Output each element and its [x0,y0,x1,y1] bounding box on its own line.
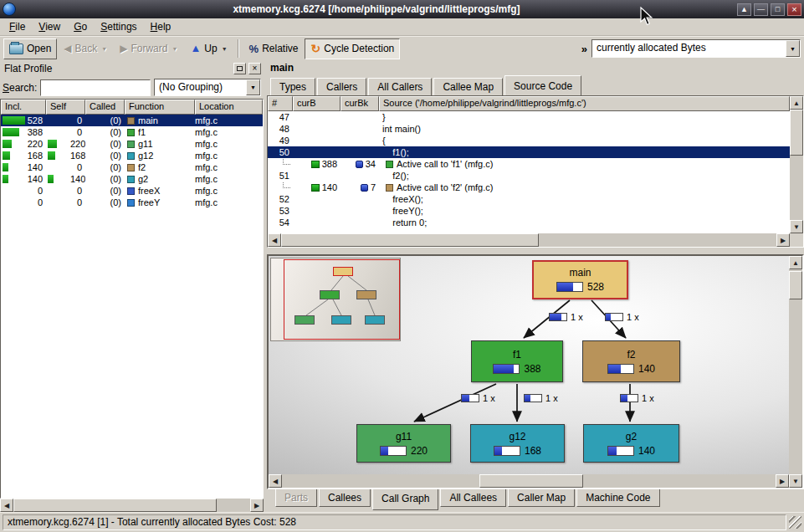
source-line[interactable]: 49 { [268,135,790,146]
source-line[interactable]: 51 f2(); [268,170,790,182]
function-row-main[interactable]: 528 0 (0) main mfg.c [1,115,263,126]
call-graph-canvas[interactable]: main 528 f1 388 f2 140 g11 220 g12 168 [269,256,789,488]
source-call-annotation-f2[interactable]: 140 7 Active call to 'f2' (mfg.c) [268,182,790,193]
menu-file[interactable]: File [3,19,32,34]
graph-overview[interactable] [270,258,401,341]
column-header-function[interactable]: Function [125,100,195,115]
scrollbar-thumb[interactable] [479,474,583,488]
function-color-icon [127,187,135,195]
tab-callers[interactable]: Callers [317,78,366,95]
column-header-incl[interactable]: Incl. [1,100,46,115]
tab-source-code[interactable]: Source Code [504,75,581,95]
source-line[interactable]: 52 freeX(); [268,193,790,205]
resize-grip-icon[interactable] [789,516,801,529]
source-line[interactable]: 48 int main() [268,123,790,135]
overview-viewport[interactable] [284,259,400,340]
tab-all-callers[interactable]: All Callers [368,78,432,95]
menu-settings[interactable]: Settings [94,19,143,34]
source-line-selected[interactable]: 50 f1(); [268,146,790,158]
flat-profile-hscrollbar[interactable]: ◀ ▶ [0,499,264,512]
graph-node-main[interactable]: main 528 [532,260,628,299]
source-line[interactable]: 54 return 0; [268,217,790,228]
scroll-left-icon[interactable]: ◀ [0,499,13,512]
column-header-self[interactable]: Self [46,100,85,115]
source-vscrollbar[interactable]: ▲ ▼ [790,96,803,233]
column-header-source[interactable]: Source ('/home/philippe/valgrind/littlep… [379,96,790,111]
forward-dropdown-icon: ▼ [172,46,177,52]
source-line[interactable]: 53 freeY(); [268,205,790,217]
main-area: Flat Profile × Search: (No Grouping) ▼ I… [0,60,804,512]
graph-node-g2[interactable]: g2 140 [583,424,679,463]
graph-node-g11[interactable]: g11 220 [356,424,451,463]
function-row-f2[interactable]: 140 0 (0) f2 mfg.c [1,161,263,173]
scrollbar-thumb[interactable] [790,110,803,156]
menu-view[interactable]: View [32,19,67,34]
event-type-combobox[interactable]: currently allocated Bytes ▼ [591,39,801,58]
function-row-f1[interactable]: 388 0 (0) f1 mfg.c [1,126,263,138]
graph-vscrollbar[interactable]: ▲ ▼ [789,256,802,488]
dock-close-button[interactable]: × [248,63,261,74]
up-button[interactable]: ▲ Up ▼ [184,38,233,59]
graph-node-f2[interactable]: f2 140 [582,340,680,382]
dock-float-button[interactable] [233,63,246,74]
back-button[interactable]: ◀ Back ▼ [58,38,113,59]
app-icon[interactable] [3,3,16,16]
search-input[interactable] [40,79,151,96]
minimize-button[interactable]: — [754,3,768,16]
horizontal-splitter[interactable] [267,248,804,254]
graph-node-f1[interactable]: f1 388 [471,340,563,382]
maximize-button[interactable]: □ [771,3,785,16]
tab-callees[interactable]: Callees [319,489,371,507]
tree-branch-icon [283,182,290,188]
shade-button[interactable]: ▲ [737,3,751,16]
forward-button[interactable]: ▶ Forward ▼ [114,38,183,59]
function-color-icon [127,176,135,183]
function-color-icon [127,164,135,171]
toolbar-overflow-button[interactable]: » [578,43,591,55]
scroll-right-icon[interactable]: ▶ [776,474,789,488]
call-count-bar [605,313,623,321]
cycle-detection-toggle-button[interactable]: ↻ Cycle Detection [305,38,400,59]
scroll-down-icon[interactable]: ▼ [789,474,802,488]
scroll-right-icon[interactable]: ▶ [776,233,790,247]
column-header-curbk[interactable]: curBk [341,96,379,111]
tab-machine-code[interactable]: Machine Code [576,489,659,507]
function-row-g11[interactable]: 220 220 (0) g11 mfg.c [1,138,263,150]
menu-help[interactable]: Help [144,19,178,34]
event-type-dropdown-icon[interactable]: ▼ [786,40,800,57]
tab-types[interactable]: Types [270,78,315,95]
tab-callee-map[interactable]: Callee Map [433,78,503,95]
scroll-right-icon[interactable]: ▶ [250,499,264,512]
graph-hscrollbar[interactable]: ◀ ▶ [269,474,789,488]
function-row-freeY[interactable]: 0 0 (0) freeY mfg.c [1,197,263,208]
scrollbar-thumb[interactable] [789,271,802,299]
column-header-called[interactable]: Called [85,100,125,115]
open-button[interactable]: Open [3,38,57,59]
graph-node-g12[interactable]: g12 168 [470,424,565,463]
relative-toggle-button[interactable]: % Relative [243,38,305,59]
source-call-annotation-f1[interactable]: 388 34 Active call to 'f1' (mfg.c) [268,158,790,170]
function-row-g12[interactable]: 168 168 (0) g12 mfg.c [1,150,263,161]
scroll-left-icon[interactable]: ◀ [269,474,282,488]
close-button[interactable]: × [787,3,801,16]
column-header-line[interactable]: # [268,96,293,111]
function-row-g2[interactable]: 140 140 (0) g2 mfg.c [1,173,263,185]
scrollbar-thumb[interactable] [281,233,539,247]
source-line[interactable]: 47 } [268,111,790,123]
tab-all-callees[interactable]: All Callees [440,489,506,507]
column-header-curb[interactable]: curB [293,96,341,111]
scroll-up-icon[interactable]: ▲ [790,96,803,110]
function-row-freeX[interactable]: 0 0 (0) freeX mfg.c [1,185,263,197]
scrollbar-thumb[interactable] [13,499,217,512]
tab-call-graph[interactable]: Call Graph [372,489,438,510]
tab-parts[interactable]: Parts [275,489,317,507]
source-hscrollbar[interactable]: ◀ ▶ [268,233,790,247]
grouping-combobox[interactable]: (No Grouping) ▼ [154,79,261,96]
menu-go[interactable]: Go [67,19,94,34]
scroll-up-icon[interactable]: ▲ [789,256,802,269]
scroll-down-icon[interactable]: ▼ [790,220,803,233]
tab-caller-map[interactable]: Caller Map [508,489,575,507]
column-header-location[interactable]: Location [195,100,263,115]
grouping-dropdown-icon[interactable]: ▼ [246,79,260,95]
scroll-left-icon[interactable]: ◀ [268,233,281,247]
